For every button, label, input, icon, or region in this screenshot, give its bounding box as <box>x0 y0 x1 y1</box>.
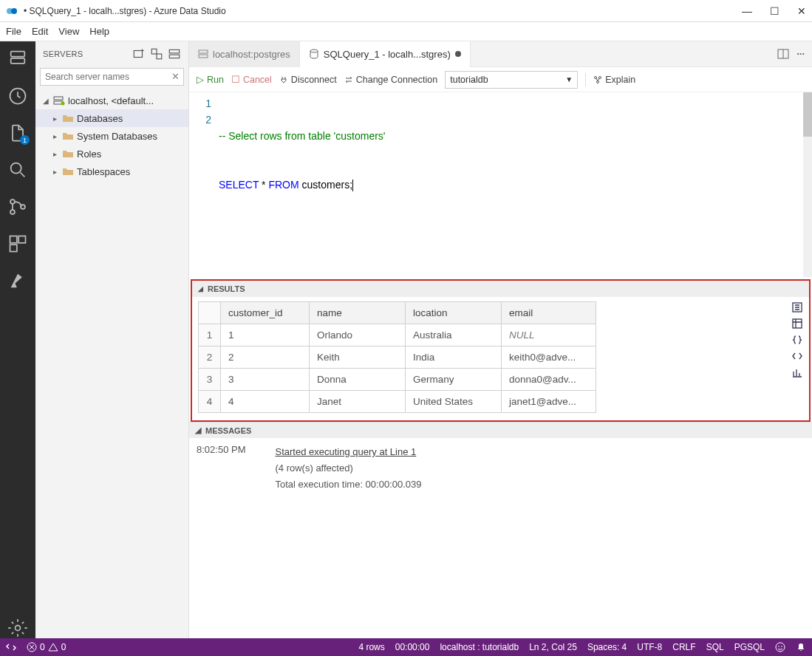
status-elapsed: 00:00:00 <box>395 642 430 652</box>
split-editor-icon[interactable] <box>777 48 789 60</box>
activity-servers[interactable] <box>7 49 28 69</box>
table-row[interactable]: 33DonnaGermanydonna0@adv... <box>199 369 596 391</box>
database-tab-icon <box>309 49 319 59</box>
maximize-button[interactable]: ☐ <box>770 5 779 17</box>
server-connected-icon <box>53 95 65 106</box>
minimize-button[interactable]: — <box>742 5 752 17</box>
tree-databases[interactable]: ▸ Databases <box>35 109 188 127</box>
server-tab-icon <box>198 49 208 59</box>
message-line-1[interactable]: Started executing query at Line 1 <box>276 444 422 460</box>
svg-point-23 <box>310 49 318 52</box>
new-connection-icon[interactable] <box>132 47 146 61</box>
change-connection-button[interactable]: Change Connection <box>344 75 438 85</box>
line-gutter: 1 2 <box>189 92 219 277</box>
svg-rect-11 <box>10 245 17 251</box>
explain-button[interactable]: Explain <box>593 75 635 85</box>
save-csv-icon[interactable] <box>791 301 803 313</box>
close-button[interactable]: ✕ <box>797 5 806 17</box>
tab-localhost[interactable]: localhost:postgres <box>189 41 300 67</box>
new-group-icon[interactable] <box>150 47 163 61</box>
code-editor[interactable]: 1 2 -- Select rows from table 'customers… <box>189 92 812 277</box>
feedback-icon[interactable] <box>775 642 785 652</box>
more-actions-icon[interactable]: ··· <box>796 48 805 60</box>
save-xml-icon[interactable] <box>791 350 803 362</box>
activity-explorer[interactable]: 1 <box>7 123 28 143</box>
activity-azure[interactable] <box>7 270 28 291</box>
tree-tablespaces[interactable]: ▸ Tablespaces <box>35 163 188 180</box>
explain-icon <box>593 75 602 84</box>
run-button[interactable]: ▷ Run <box>197 74 224 85</box>
svg-rect-14 <box>151 49 157 54</box>
svg-rect-29 <box>793 319 802 328</box>
status-language[interactable]: SQL <box>706 642 724 652</box>
activity-history[interactable] <box>7 86 28 106</box>
status-encoding[interactable]: UTF-8 <box>637 642 662 652</box>
svg-rect-10 <box>18 236 25 243</box>
status-connection[interactable]: localhost : tutorialdb <box>440 642 519 652</box>
editor-region: localhost:postgres SQLQuery_1 - localh..… <box>189 41 812 638</box>
status-position[interactable]: Ln 2, Col 25 <box>529 642 577 652</box>
activity-bar: 1 <box>0 41 35 638</box>
save-excel-icon[interactable] <box>791 318 803 329</box>
tab-sqlquery[interactable]: SQLQuery_1 - localh...stgres) <box>300 41 471 67</box>
svg-point-12 <box>16 626 21 631</box>
messages-body: 8:02:50 PM Started executing query at Li… <box>189 438 812 522</box>
activity-settings[interactable] <box>7 618 28 638</box>
menu-file[interactable]: File <box>6 26 21 37</box>
svg-point-7 <box>10 210 15 214</box>
tree-roles[interactable]: ▸ Roles <box>35 145 188 163</box>
tree-server-root[interactable]: ◢ localhost, <default... <box>35 92 188 109</box>
activity-search[interactable] <box>7 160 28 180</box>
svg-rect-18 <box>54 97 63 100</box>
activity-source-control[interactable] <box>7 197 28 217</box>
svg-point-6 <box>10 199 15 204</box>
svg-point-1 <box>11 8 17 14</box>
clear-search-icon[interactable]: ✕ <box>171 71 180 82</box>
disconnect-button[interactable]: Disconnect <box>279 75 337 85</box>
table-row[interactable]: 44JanetUnited Statesjanet1@adve... <box>199 391 596 413</box>
status-eol[interactable]: CRLF <box>672 642 695 652</box>
status-spaces[interactable]: Spaces: 4 <box>587 642 627 652</box>
messages-header[interactable]: ◢MESSAGES <box>189 422 812 438</box>
results-grid[interactable]: customer_id name location email 11Orland… <box>198 301 596 413</box>
table-row[interactable]: 22KeithIndiakeith0@adve... <box>199 346 596 369</box>
menu-help[interactable]: Help <box>89 26 109 37</box>
notifications-icon[interactable] <box>796 642 806 652</box>
disconnect-icon <box>279 75 288 84</box>
svg-rect-3 <box>11 58 25 64</box>
menu-edit[interactable]: Edit <box>32 26 48 37</box>
folder-icon <box>62 148 74 159</box>
svg-point-5 <box>11 163 21 174</box>
database-select[interactable]: tutorialdb ▼ <box>445 71 578 89</box>
svg-rect-9 <box>10 236 17 243</box>
status-remote[interactable] <box>6 642 16 652</box>
tree-system-databases[interactable]: ▸ System Databases <box>35 127 188 145</box>
change-connection-icon <box>344 75 353 84</box>
table-row[interactable]: 11OrlandoAustraliaNULL <box>199 324 596 346</box>
svg-rect-15 <box>157 54 162 59</box>
query-toolbar: ▷ Run ☐ Cancel Disconnect Change Connect… <box>189 67 812 92</box>
dirty-indicator-icon <box>455 51 461 57</box>
server-icon[interactable] <box>168 47 181 61</box>
menu-view[interactable]: View <box>58 26 79 37</box>
status-kernel[interactable]: PGSQL <box>734 642 765 652</box>
status-problems[interactable]: 0 0 <box>27 642 66 652</box>
save-json-icon[interactable] <box>791 334 803 346</box>
result-actions <box>791 301 803 413</box>
svg-rect-13 <box>134 51 142 58</box>
editor-scrollbar[interactable] <box>803 92 812 277</box>
message-time: 8:02:50 PM <box>197 444 246 493</box>
svg-point-33 <box>781 646 782 647</box>
menu-bar: File Edit View Help <box>0 22 812 41</box>
text-cursor <box>352 180 353 191</box>
server-tree: ◢ localhost, <default... ▸ Databases ▸ S… <box>35 90 188 182</box>
activity-extensions[interactable] <box>7 233 28 254</box>
window-title: • SQLQuery_1 - localh...stgres) - Azure … <box>24 6 742 16</box>
tree-root-label: localhost, <default... <box>68 95 154 106</box>
chart-icon[interactable] <box>791 366 803 378</box>
tabs-row: localhost:postgres SQLQuery_1 - localh..… <box>189 41 812 67</box>
search-input[interactable] <box>40 68 184 86</box>
results-header[interactable]: ◢RESULTS <box>192 281 809 297</box>
cancel-button[interactable]: ☐ Cancel <box>231 74 272 85</box>
svg-rect-2 <box>11 52 25 57</box>
